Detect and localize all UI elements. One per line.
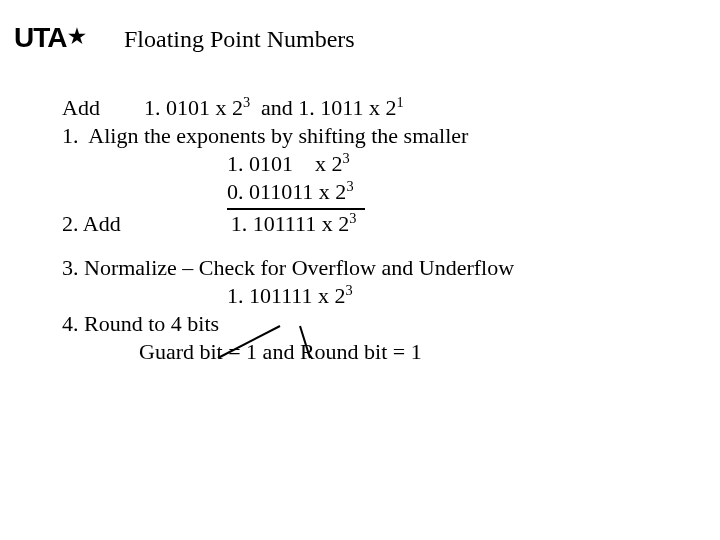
align-row2: 0. 011011 x 23 <box>62 178 680 209</box>
slide-title: Floating Point Numbers <box>124 26 355 53</box>
indent <box>62 339 139 364</box>
add-line: Add 1. 0101 x 23 and 1. 1011 x 21 <box>62 94 680 122</box>
logo: UTA ★ <box>14 22 85 54</box>
logo-text: UTA <box>14 22 66 54</box>
add-arg2: 1. 1011 x 2 <box>298 95 396 120</box>
align-r1-exp: 3 <box>343 150 350 166</box>
add-arg1-exp: 3 <box>243 94 250 110</box>
add-mid: and <box>250 95 298 120</box>
align-r1-val: 1. 0101 x 2 <box>227 151 343 176</box>
slide-body: Add 1. 0101 x 23 and 1. 1011 x 21 1. Ali… <box>62 94 680 366</box>
norm-val: 1. 101111 x 2 <box>227 283 346 308</box>
step1: 1. Align the exponents by shifting the s… <box>62 122 680 150</box>
indent <box>62 179 227 204</box>
norm-exp: 3 <box>346 282 353 298</box>
step2-line: 2. Add 1. 101111 x 23 <box>62 210 680 238</box>
align-row1: 1. 0101 x 23 <box>62 150 680 178</box>
add-arg1: 1. 0101 x 2 <box>144 95 243 120</box>
step2-val: 1. 101111 x 2 <box>231 211 350 236</box>
align-r2-val: 0. 011011 x 2 <box>227 179 346 204</box>
guard-text: Guard bit = 1 and Round bit = 1 <box>139 339 422 364</box>
indent <box>62 283 227 308</box>
add-label: Add <box>62 95 100 120</box>
norm-line: 1. 101111 x 23 <box>62 282 680 310</box>
add-arg2-exp: 1 <box>397 94 404 110</box>
step2-exp: 3 <box>349 209 356 225</box>
indent <box>121 211 231 236</box>
step2-label: 2. Add <box>62 211 121 236</box>
align-r2-exp: 3 <box>346 178 353 194</box>
logo-star-icon: ★ <box>68 24 85 48</box>
align-r2-underline: 0. 011011 x 23 <box>227 178 365 209</box>
guard-line: Guard bit = 1 and Round bit = 1 <box>62 338 680 366</box>
step3: 3. Normalize – Check for Overflow and Un… <box>62 254 680 282</box>
step4: 4. Round to 4 bits <box>62 310 680 338</box>
indent <box>62 151 227 176</box>
